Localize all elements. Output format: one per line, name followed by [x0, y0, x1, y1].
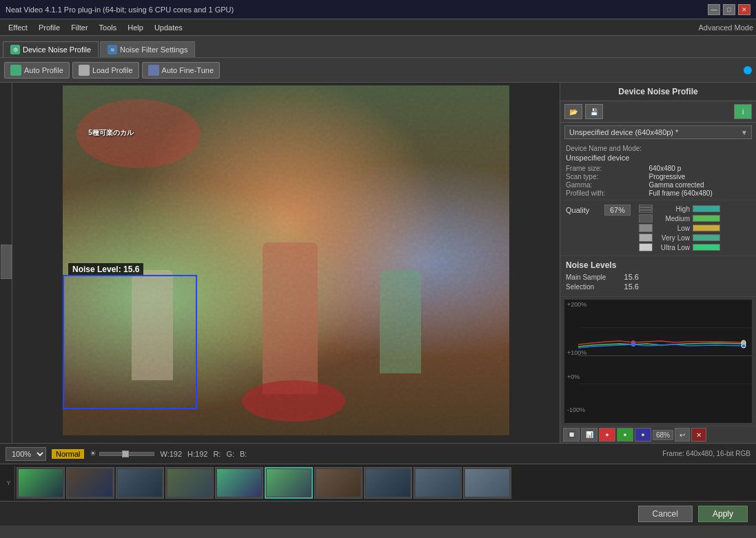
tab-noise-filter[interactable]: ≋ Noise Filter Settings	[100, 41, 195, 57]
graph-blue-channel[interactable]: ●	[635, 428, 651, 442]
main-sample-value: 15.6	[618, 273, 639, 281]
device-specs-grid: Frame size: 640x480 p Scan type: Progres…	[566, 165, 750, 197]
gamma-key: Gamma:	[566, 181, 643, 189]
svg-rect-0	[640, 205, 651, 212]
film-thumb-1[interactable]	[17, 467, 65, 499]
advanced-mode-label: Advanced Mode	[699, 23, 754, 32]
frame-size-val: 640x480 p	[648, 165, 750, 172]
brightness-slider[interactable]	[99, 452, 154, 456]
profiled-with-key: Profiled with:	[566, 189, 643, 197]
quality-section: Quality 67% High	[560, 200, 756, 256]
auto-fine-tune-icon	[148, 65, 159, 76]
film-thumb-5[interactable]	[215, 467, 263, 499]
graph-undo-button[interactable]: ↩	[675, 428, 690, 442]
menu-profile[interactable]: Profile	[33, 22, 65, 33]
low-icon	[639, 224, 653, 232]
main-content: 5種可楽のカル Noise Level: 15.6 Device Noise P…	[0, 83, 756, 443]
film-thumb-6[interactable]	[265, 467, 313, 499]
graph-svg	[578, 300, 752, 412]
medium-icon	[639, 214, 653, 223]
graph-reset-button[interactable]: ✕	[691, 428, 706, 442]
quality-row: Quality 67%	[566, 205, 631, 216]
device-name-value: Unspecified device	[566, 154, 750, 162]
tab-device-noise[interactable]: ⚙ Device Noise Profile	[3, 41, 99, 57]
menu-effect[interactable]: Effect	[3, 22, 33, 33]
brightness-controls: ☀	[90, 449, 154, 458]
film-thumb-10[interactable]	[463, 467, 511, 499]
filmstrip-label: Y	[3, 466, 15, 499]
ultra-low-bar	[693, 244, 720, 251]
film-thumb-8[interactable]	[364, 467, 412, 499]
cancel-button[interactable]: Cancel	[638, 506, 693, 522]
level-low: Low	[639, 224, 720, 232]
medium-bar	[693, 215, 720, 222]
frame-size-key: Frame size:	[566, 165, 643, 172]
selection-row: Selection 15.6	[566, 282, 750, 291]
high-pattern-icon	[640, 205, 651, 212]
high-bar	[693, 205, 720, 212]
film-thumb-4[interactable]	[165, 467, 214, 499]
graph-btn-2[interactable]: 📊	[581, 428, 597, 442]
quality-value: 67%	[604, 205, 631, 216]
film-thumb-9[interactable]	[413, 467, 462, 499]
panel-header: Device Noise Profile	[560, 83, 756, 101]
low-bar	[693, 225, 720, 231]
load-profile-icon	[79, 65, 90, 76]
menu-help[interactable]: Help	[122, 22, 149, 33]
device-dropdown-container: Unspecified device (640x480p) * ▼	[564, 125, 752, 139]
graph-green-channel[interactable]: ●	[617, 428, 633, 442]
high-icon	[639, 205, 653, 213]
scan-type-val: Progressive	[648, 173, 750, 180]
menu-updates[interactable]: Updates	[149, 22, 188, 33]
noise-levels-visual: High Medium Low	[639, 205, 720, 251]
menu-tools[interactable]: Tools	[94, 22, 123, 33]
right-panel: Device Noise Profile 📂 💾 i Unspecified d…	[560, 83, 756, 443]
close-button[interactable]: ✕	[738, 4, 750, 15]
scan-type-key: Scan type:	[566, 173, 643, 180]
high-label: High	[655, 205, 690, 213]
size-h: H:192	[187, 450, 207, 458]
frame-info: Frame: 640x480, 16-bit RGB	[662, 450, 750, 457]
image-container: 5種可楽のカル Noise Level: 15.6	[63, 85, 509, 435]
noise-levels-title: Noise Levels	[566, 260, 750, 270]
film-thumb-2[interactable]	[66, 467, 114, 499]
main-sample-row: Main Sample 15.6	[566, 273, 750, 281]
menu-bar: Effect Profile Filter Tools Help Updates…	[0, 19, 756, 36]
apply-button[interactable]: Apply	[698, 506, 748, 522]
gamma-val: Gamma corrected	[648, 181, 750, 189]
action-bar: Cancel Apply	[0, 501, 756, 526]
left-scrollbar[interactable]	[0, 83, 12, 443]
maximize-button[interactable]: □	[723, 4, 735, 15]
filmstrip: Y	[0, 464, 756, 501]
auto-profile-button[interactable]: Auto Profile	[4, 62, 70, 79]
info-button[interactable]: i	[734, 104, 752, 119]
auto-fine-tune-button[interactable]: Auto Fine-Tune	[142, 62, 220, 79]
tab-device-noise-label: Device Noise Profile	[23, 45, 91, 54]
brightness-icon: ☀	[90, 449, 96, 458]
graph-zoom-pct: 68%	[653, 430, 673, 440]
menu-filter[interactable]: Filter	[65, 22, 93, 33]
medium-label: Medium	[655, 215, 690, 223]
mode-badge: Normal	[52, 449, 84, 459]
auto-profile-icon	[10, 65, 21, 76]
level-ultra-low: Ultra Low	[639, 243, 720, 251]
selection-box[interactable]	[63, 275, 197, 409]
image-panel: 5種可楽のカル Noise Level: 15.6	[12, 83, 560, 443]
device-select[interactable]: Unspecified device (640x480p) *	[564, 125, 752, 139]
load-profile-button[interactable]: Load Profile	[72, 62, 139, 79]
film-thumb-3[interactable]	[116, 467, 164, 499]
minimize-button[interactable]: —	[708, 4, 720, 15]
film-thumb-7[interactable]	[314, 467, 362, 499]
tab-bar: ⚙ Device Noise Profile ≋ Noise Filter Se…	[0, 36, 756, 58]
very-low-bar	[693, 234, 720, 241]
scroll-thumb[interactable]	[1, 245, 12, 279]
graph-red-channel[interactable]: ●	[599, 428, 615, 442]
window-controls: — □ ✕	[708, 4, 750, 15]
svg-point-11	[742, 344, 746, 348]
zoom-select[interactable]: 100%	[6, 447, 46, 461]
open-profile-button[interactable]: 📂	[564, 104, 582, 119]
level-high: High	[639, 205, 720, 213]
channel-b: B:	[240, 450, 247, 458]
save-profile-button[interactable]: 💾	[585, 104, 603, 119]
graph-btn-1[interactable]: 🔲	[563, 428, 580, 442]
